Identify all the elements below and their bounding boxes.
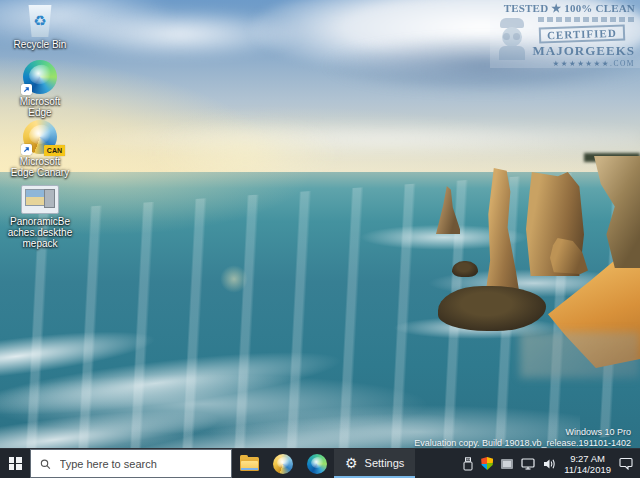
- usb-device-icon[interactable]: [463, 457, 473, 471]
- windows-build-text: Evaluation copy. Build 19018.vb_release.…: [414, 438, 631, 449]
- shortcut-arrow-icon: [21, 144, 32, 155]
- taskbar-clock[interactable]: 9:27 AM 11/14/2019: [564, 453, 611, 475]
- tray-app-icon[interactable]: [501, 459, 513, 469]
- majorgeeks-watermark: TESTED ★ 100% CLEAN CERTIFIED MAJORGEEKS…: [490, 0, 640, 68]
- taskbar-edge-canary-button[interactable]: [266, 449, 300, 478]
- search-input[interactable]: [58, 457, 222, 471]
- settings-button-label: Settings: [365, 457, 405, 469]
- stamp-texture: [538, 17, 635, 22]
- desktop-icon-recycle-bin[interactable]: ♻ Recycle Bin: [2, 5, 78, 50]
- start-button[interactable]: [0, 449, 30, 478]
- edge-icon: [307, 454, 327, 474]
- recycle-bin-icon: ♻: [27, 5, 53, 37]
- clock-date: 11/14/2019: [564, 464, 611, 475]
- windows-build-watermark: Windows 10 Pro Evaluation copy. Build 19…: [414, 427, 631, 448]
- wallpaper-wet-sand: [520, 332, 640, 378]
- edge-canary-icon: [273, 454, 293, 474]
- windows-desktop-screen: TESTED ★ 100% CLEAN CERTIFIED MAJORGEEKS…: [0, 0, 640, 478]
- taskbar-settings-button[interactable]: ⚙ Settings: [334, 449, 415, 478]
- wallpaper-lens-flare: [220, 265, 248, 293]
- theme-monitor-glyph: [44, 189, 55, 208]
- desktop-wallpaper[interactable]: TESTED ★ 100% CLEAN CERTIFIED MAJORGEEKS…: [0, 0, 640, 448]
- volume-icon[interactable]: [543, 458, 556, 470]
- desktop-icon-label: Recycle Bin: [2, 39, 78, 50]
- recycle-symbol-icon: ♻: [33, 14, 46, 29]
- watermark-tested-text: TESTED ★ 100% CLEAN: [494, 2, 635, 15]
- taskbar-search-box[interactable]: [30, 449, 232, 478]
- wallpaper-rock: [452, 261, 478, 277]
- network-ethernet-icon[interactable]: [521, 458, 535, 470]
- desktop-icon-microsoft-edge-canary[interactable]: CAN Microsoft Edge Canary: [2, 120, 78, 178]
- gear-icon: ⚙: [345, 456, 358, 470]
- windows-security-shield-icon[interactable]: [481, 457, 493, 470]
- watermark-certified-stamp: CERTIFIED: [539, 25, 625, 44]
- wallpaper-rock-island: [438, 286, 546, 331]
- taskbar-edge-button[interactable]: [300, 449, 334, 478]
- file-explorer-icon: [240, 457, 259, 471]
- windows-logo-icon: [9, 457, 22, 470]
- theme-thumbnail: [25, 189, 46, 206]
- desktop-icon-label: Microsoft Edge: [2, 96, 78, 118]
- theme-pack-icon: [21, 185, 59, 214]
- taskbar-file-explorer-button[interactable]: [232, 449, 266, 478]
- taskbar: ⚙ Settings 9:27 AM: [0, 448, 640, 478]
- desktop-icon-theme-pack-file[interactable]: PanoramicBe aches.deskthe mepack: [2, 185, 78, 249]
- canary-channel-badge: CAN: [44, 145, 65, 156]
- desktop-icon-label: Microsoft Edge Canary: [2, 156, 78, 178]
- majorgeeks-mascot: [497, 18, 527, 62]
- action-center-icon[interactable]: [619, 457, 633, 470]
- shortcut-arrow-icon: [21, 84, 32, 95]
- search-icon: [40, 458, 51, 470]
- clock-time: 9:27 AM: [564, 453, 611, 464]
- system-tray: 9:27 AM 11/14/2019: [456, 449, 640, 478]
- desktop-icon-label: PanoramicBe aches.deskthe mepack: [2, 216, 78, 249]
- desktop-icon-microsoft-edge[interactable]: Microsoft Edge: [2, 60, 78, 118]
- windows-edition-text: Windows 10 Pro: [414, 427, 631, 438]
